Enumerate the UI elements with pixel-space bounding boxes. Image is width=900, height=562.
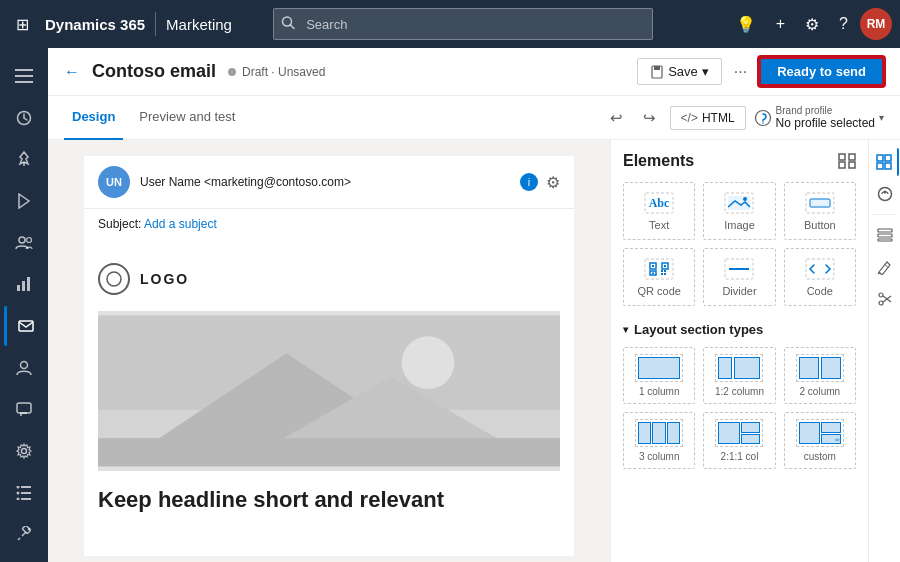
sidebar-item-pinned[interactable] [4,139,44,179]
svg-rect-10 [17,285,20,291]
layout-section-title: Layout section types [634,322,763,337]
search-input[interactable] [273,8,653,40]
element-text[interactable]: Abc Text [623,182,695,240]
subject-label: Subject: [98,217,141,231]
tab-design[interactable]: Design [64,96,123,140]
layout-chevron: ▾ [623,324,628,335]
brand-name: Dynamics 365 [45,16,145,33]
help-button[interactable]: ? [831,9,856,39]
layout-1col[interactable]: 1 column [623,347,695,404]
sidebar-item-settings[interactable] [4,431,44,471]
subject-link[interactable]: Add a subject [144,217,217,231]
right-panel-content: Elements Abc Text [611,140,868,562]
side-tab-styles[interactable] [871,253,899,281]
top-navigation: ⊞ Dynamics 365 Marketing 💡 + ⚙ ? RM [0,0,900,48]
layout-3col[interactable]: 3 column [623,412,695,469]
editor-area: UN User Name <marketing@contoso.com> i ⚙… [48,140,900,562]
svg-text:Abc: Abc [649,196,670,210]
sidebar-item-contacts[interactable] [4,223,44,263]
search-icon [281,16,295,33]
info-icon[interactable]: i [520,173,538,191]
redo-button[interactable]: ↪ [637,105,662,131]
svg-point-31 [402,336,455,389]
side-tab-structure[interactable] [871,221,899,249]
tab-preview[interactable]: Preview and test [131,96,243,140]
element-divider[interactable]: Divider [703,248,775,306]
layout-custom[interactable]: ✏ custom [784,412,856,469]
html-button[interactable]: </> HTML [670,106,746,130]
sidebar-item-links[interactable] [4,514,44,554]
svg-rect-60 [877,155,883,161]
svg-rect-4 [15,81,33,83]
sender-info: User Name <marketing@contoso.com> [140,175,510,189]
element-text-label: Text [649,219,669,231]
elements-grid: Abc Text Image Button [623,182,856,306]
element-image[interactable]: Image [703,182,775,240]
svg-point-21 [17,491,20,494]
email-settings-icon[interactable]: ⚙ [546,173,560,192]
sidebar-item-analytics[interactable] [4,264,44,304]
sidebar-item-email[interactable] [4,306,44,346]
page-header: ← Contoso email Draft · Unsaved Save ▾ ·… [48,48,900,96]
element-code[interactable]: Code [784,248,856,306]
logo-text: LOGO [140,271,189,287]
layout-grid: 1 column 1:2 column [623,347,856,469]
sidebar-item-recent[interactable] [4,98,44,138]
element-qr[interactable]: QR code [623,248,695,306]
status-dot [228,68,236,76]
element-image-label: Image [724,219,755,231]
settings-button[interactable]: ⚙ [797,9,827,40]
right-panel: Elements Abc Text [610,140,900,562]
sender-avatar: UN [98,166,130,198]
svg-rect-36 [849,154,855,160]
sidebar-item-menu[interactable] [4,56,44,96]
svg-rect-23 [22,526,30,534]
headline-text: Keep headline short and relevant [98,479,560,521]
svg-rect-61 [885,155,891,161]
svg-rect-38 [849,162,855,168]
status-text: Draft · Unsaved [242,65,325,79]
svg-rect-52 [652,273,654,275]
save-chevron: ▾ [702,64,709,79]
layout-mixed[interactable]: 2:1:1 col [703,412,775,469]
sidebar-item-run[interactable] [4,181,44,221]
more-options-button[interactable]: ··· [728,59,753,85]
app-name: Marketing [166,16,232,33]
email-editor: UN User Name <marketing@contoso.com> i ⚙… [48,140,610,562]
avatar[interactable]: RM [860,8,892,40]
svg-point-70 [879,301,883,305]
layout-1-2col[interactable]: 1:2 column [703,347,775,404]
side-tab-assets[interactable] [871,180,899,208]
email-header-row: UN User Name <marketing@contoso.com> i ⚙ [84,156,574,209]
svg-point-43 [743,197,747,201]
sidebar-item-lists[interactable] [4,473,44,513]
placeholder-image [98,311,560,471]
svg-rect-50 [664,265,666,267]
save-button[interactable]: Save ▾ [637,58,722,85]
svg-rect-13 [19,321,33,331]
svg-rect-3 [15,75,33,77]
sidebar-item-messages[interactable] [4,389,44,429]
svg-rect-11 [22,281,25,291]
layout-2col[interactable]: 2 column [784,347,856,404]
sidebar-item-people[interactable] [4,348,44,388]
email-container: UN User Name <marketing@contoso.com> i ⚙… [84,156,574,556]
back-button[interactable]: ← [64,63,80,81]
app-grid-button[interactable]: ⊞ [8,9,37,40]
element-button-label: Button [804,219,836,231]
brand-profile-selector[interactable]: Brand profile No profile selected ▾ [754,105,884,130]
svg-rect-63 [885,163,891,169]
undo-button[interactable]: ↩ [604,105,629,131]
side-tab-scissors[interactable] [871,285,899,313]
side-tab-elements[interactable] [871,148,899,176]
svg-rect-35 [839,154,845,160]
svg-rect-66 [878,229,892,232]
ready-to-send-button[interactable]: Ready to send [759,57,884,86]
svg-rect-17 [21,486,31,488]
element-button[interactable]: Button [784,182,856,240]
svg-rect-54 [664,270,666,272]
lightbulb-button[interactable]: 💡 [728,9,764,40]
element-divider-label: Divider [722,285,756,297]
svg-line-69 [885,265,888,268]
add-button[interactable]: + [768,9,793,39]
